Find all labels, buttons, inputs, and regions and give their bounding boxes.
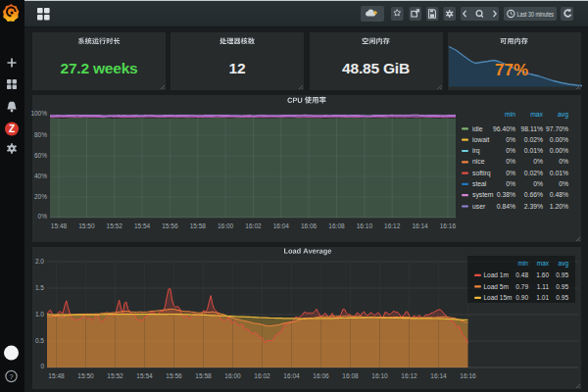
svg-text:0%: 0% xyxy=(506,136,515,143)
svg-text:15:56: 15:56 xyxy=(166,372,182,379)
svg-text:1.20%: 1.20% xyxy=(550,203,568,210)
svg-text:60%: 60% xyxy=(34,152,47,159)
svg-text:0.38%: 0.38% xyxy=(497,191,515,198)
svg-text:15:58: 15:58 xyxy=(195,372,212,379)
svg-text:16:04: 16:04 xyxy=(283,372,300,379)
svg-text:0%: 0% xyxy=(506,147,515,154)
svg-text:0.02%: 0.02% xyxy=(524,136,543,143)
svg-text:Load 5m: Load 5m xyxy=(484,283,509,290)
svg-text:0%: 0% xyxy=(559,158,568,165)
svg-text:1.60: 1.60 xyxy=(536,271,549,278)
svg-text:min: min xyxy=(518,260,529,267)
svg-text:0%: 0% xyxy=(533,158,543,165)
svg-text:16:06: 16:06 xyxy=(301,222,318,229)
svg-text:100%: 100% xyxy=(30,110,47,117)
svg-text:0.95: 0.95 xyxy=(556,283,568,290)
svg-text:16:00: 16:00 xyxy=(218,222,234,229)
svg-text:16:10: 16:10 xyxy=(357,222,373,229)
svg-text:max: max xyxy=(530,111,543,118)
svg-text:0%: 0% xyxy=(506,170,515,176)
svg-text:0.84%: 0.84% xyxy=(497,203,515,210)
svg-text:15:50: 15:50 xyxy=(77,372,94,379)
svg-text:softirq: softirq xyxy=(472,170,491,177)
svg-text:0.90: 0.90 xyxy=(515,294,528,301)
svg-text:0.48: 0.48 xyxy=(515,271,528,278)
svg-text:1.11: 1.11 xyxy=(537,283,550,290)
svg-text:avg: avg xyxy=(558,111,568,119)
svg-text:idle: idle xyxy=(472,125,483,132)
svg-text:15:52: 15:52 xyxy=(107,372,123,379)
svg-text:min: min xyxy=(505,111,515,118)
svg-text:1.01: 1.01 xyxy=(536,294,549,301)
svg-text:avg: avg xyxy=(559,260,569,268)
svg-text:max: max xyxy=(537,260,550,267)
svg-text:16:14: 16:14 xyxy=(430,372,447,379)
svg-text:Load 1m: Load 1m xyxy=(484,271,509,278)
svg-text:0.00%: 0.00% xyxy=(550,147,568,154)
svg-text:15:50: 15:50 xyxy=(78,222,95,229)
svg-text:15:56: 15:56 xyxy=(162,222,178,229)
svg-text:system: system xyxy=(472,191,494,199)
svg-text:16:16: 16:16 xyxy=(460,372,476,379)
svg-text:97.70%: 97.70% xyxy=(546,125,568,132)
svg-text:irq: irq xyxy=(472,147,480,155)
svg-text:15:54: 15:54 xyxy=(134,222,151,229)
svg-text:user: user xyxy=(472,203,486,210)
svg-text:1.5: 1.5 xyxy=(35,284,44,291)
svg-text:0.01%: 0.01% xyxy=(524,147,543,154)
svg-text:15:48: 15:48 xyxy=(48,372,65,379)
svg-text:0: 0 xyxy=(40,363,44,369)
svg-text:Load 15m: Load 15m xyxy=(484,294,513,301)
svg-text:16:12: 16:12 xyxy=(384,222,401,229)
svg-text:0%: 0% xyxy=(559,180,568,187)
svg-text:15:54: 15:54 xyxy=(136,372,153,379)
svg-text:0.79: 0.79 xyxy=(515,283,528,290)
svg-text:15:52: 15:52 xyxy=(107,222,123,229)
svg-text:0.02%: 0.02% xyxy=(524,170,543,176)
svg-text:77%: 77% xyxy=(495,61,528,79)
svg-text:80%: 80% xyxy=(34,131,47,138)
svg-text:40%: 40% xyxy=(34,172,47,179)
svg-text:16:16: 16:16 xyxy=(440,222,457,229)
svg-text:98.11%: 98.11% xyxy=(520,125,543,132)
svg-text:0.00%: 0.00% xyxy=(550,136,568,143)
svg-text:20%: 20% xyxy=(34,193,47,200)
svg-text:0.48%: 0.48% xyxy=(550,191,568,198)
svg-text:16:04: 16:04 xyxy=(273,222,290,229)
svg-text:steal: steal xyxy=(472,180,487,187)
svg-text:iowait: iowait xyxy=(472,136,489,143)
svg-text:0.01%: 0.01% xyxy=(550,170,568,176)
svg-text:16:00: 16:00 xyxy=(224,372,241,379)
svg-text:0%: 0% xyxy=(506,158,515,165)
svg-text:16:02: 16:02 xyxy=(254,372,270,379)
svg-text:96.40%: 96.40% xyxy=(493,125,515,132)
svg-text:Z: Z xyxy=(9,123,15,134)
svg-text:0%: 0% xyxy=(506,180,515,187)
svg-text:16:06: 16:06 xyxy=(313,372,329,379)
svg-text:16:14: 16:14 xyxy=(412,222,428,229)
svg-text:16:02: 16:02 xyxy=(245,222,262,229)
svg-text:0.5: 0.5 xyxy=(35,337,44,344)
svg-text:0.95: 0.95 xyxy=(556,271,568,278)
svg-text:16:08: 16:08 xyxy=(328,222,345,229)
svg-text:0.66%: 0.66% xyxy=(524,191,543,198)
svg-text:0.95: 0.95 xyxy=(556,294,568,301)
svg-text:0%: 0% xyxy=(533,180,543,187)
svg-text:0%: 0% xyxy=(38,213,48,220)
svg-text:16:10: 16:10 xyxy=(371,372,388,379)
svg-text:2.39%: 2.39% xyxy=(524,203,543,210)
svg-text:2.0: 2.0 xyxy=(35,258,44,265)
svg-text:?: ? xyxy=(9,372,14,381)
svg-text:15:58: 15:58 xyxy=(190,222,207,229)
svg-text:15:48: 15:48 xyxy=(51,222,68,229)
svg-text:nice: nice xyxy=(472,158,485,165)
svg-text:16:08: 16:08 xyxy=(342,372,359,379)
svg-text:16:12: 16:12 xyxy=(401,372,417,379)
svg-text:1.0: 1.0 xyxy=(35,311,44,318)
